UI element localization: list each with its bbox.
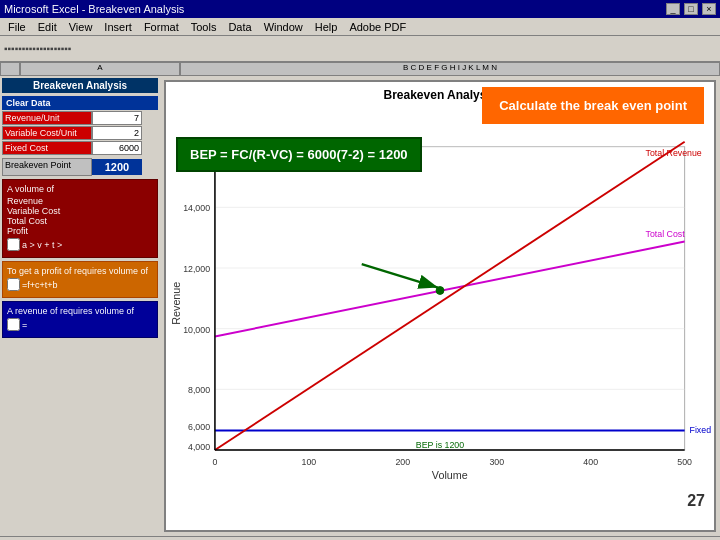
title-bar: Microsoft Excel - Breakeven Analysis _ □…	[0, 0, 720, 18]
volume-block-rows: Revenue Variable Cost Total Cost Profit	[7, 196, 153, 236]
col-b: B C D E F G H I J K L M N	[180, 62, 720, 76]
svg-text:400: 400	[583, 457, 598, 467]
svg-text:Revenue: Revenue	[170, 282, 182, 325]
col-a: A	[20, 62, 180, 76]
close-btn[interactable]: ×	[702, 3, 716, 15]
menu-edit[interactable]: Edit	[32, 21, 63, 33]
svg-text:100: 100	[302, 457, 317, 467]
left-panel: Breakeven Analysis Clear Data Revenue/Un…	[0, 76, 160, 536]
blue-checkbox[interactable]	[7, 318, 20, 331]
sheet-title: Breakeven Analysis	[2, 78, 158, 93]
callout-text: Calculate the break even point	[499, 98, 687, 113]
volume-block-title: A volume of	[7, 184, 153, 194]
menu-tools[interactable]: Tools	[185, 21, 223, 33]
status-bar: Ready	[0, 536, 720, 540]
total-cost-row: Total Cost	[7, 216, 153, 226]
row-variable-cost: Variable Cost/Unit 2	[2, 126, 158, 140]
toolbar: ▪▪▪▪▪▪▪▪▪▪▪▪▪▪▪▪▪▪▪	[0, 36, 720, 62]
window-title: Microsoft Excel - Breakeven Analysis	[4, 3, 184, 15]
profit-row: Profit	[7, 226, 153, 236]
checkbox-1[interactable]	[7, 238, 20, 251]
variable-cost-value[interactable]: 2	[92, 126, 142, 140]
menu-help[interactable]: Help	[309, 21, 344, 33]
content-area: Breakeven Analysis Clear Data Revenue/Un…	[0, 76, 720, 536]
svg-text:12,000: 12,000	[183, 264, 210, 274]
revenue-unit-label: Revenue/Unit	[2, 111, 92, 125]
revenue-unit-value[interactable]: 7	[92, 111, 142, 125]
breakeven-label: Breakeven Point	[2, 158, 92, 176]
svg-text:BEP is 1200: BEP is 1200	[416, 440, 464, 450]
orange-checkbox-row: =f+c+t+b	[7, 278, 153, 291]
svg-text:0: 0	[212, 457, 217, 467]
svg-text:Fixed Cost: Fixed Cost	[690, 425, 714, 435]
menu-insert[interactable]: Insert	[98, 21, 138, 33]
blue-checkbox-row: =	[7, 318, 153, 331]
orange-checkbox[interactable]	[7, 278, 20, 291]
svg-text:Total Cost: Total Cost	[646, 229, 686, 239]
orange-block: To get a profit of requires volume of =f…	[2, 261, 158, 298]
fixed-cost-value[interactable]: 6000	[92, 141, 142, 155]
toolbar-icons: ▪▪▪▪▪▪▪▪▪▪▪▪▪▪▪▪▪▪▪	[4, 43, 71, 54]
menu-bar: File Edit View Insert Format Tools Data …	[0, 18, 720, 36]
bep-formula-box: BEP = FC/(R-VC) = 6000(7-2) = 1200	[176, 137, 422, 172]
volume-block: A volume of Revenue Variable Cost Total …	[2, 179, 158, 258]
page-number: 27	[687, 492, 705, 510]
row-header	[0, 62, 20, 76]
svg-text:Total Revenue: Total Revenue	[646, 148, 702, 158]
orange-text: To get a profit of requires volume of	[7, 266, 153, 276]
svg-text:500: 500	[677, 457, 692, 467]
row-fixed-cost: Fixed Cost 6000	[2, 141, 158, 155]
svg-text:300: 300	[489, 457, 504, 467]
menu-format[interactable]: Format	[138, 21, 185, 33]
menu-view[interactable]: View	[63, 21, 99, 33]
fixed-cost-label: Fixed Cost	[2, 141, 92, 155]
bep-formula-text: BEP = FC/(R-VC) = 6000(7-2) = 1200	[190, 147, 408, 162]
clear-data-section: Clear Data	[2, 96, 158, 110]
blue-text: A revenue of requires volume of	[7, 306, 153, 316]
row-revenue-unit: Revenue/Unit 7	[2, 111, 158, 125]
blue-block: A revenue of requires volume of =	[2, 301, 158, 338]
svg-text:8,000: 8,000	[188, 385, 210, 395]
menu-adobe[interactable]: Adobe PDF	[343, 21, 412, 33]
breakeven-value: 1200	[92, 159, 142, 175]
maximize-btn[interactable]: □	[684, 3, 698, 15]
menu-window[interactable]: Window	[258, 21, 309, 33]
svg-text:Volume: Volume	[432, 469, 468, 481]
svg-text:4,000: 4,000	[188, 442, 210, 452]
callout-box: Calculate the break even point	[482, 87, 704, 124]
breakeven-row: Breakeven Point 1200	[2, 158, 158, 176]
menu-file[interactable]: File	[2, 21, 32, 33]
svg-text:6,000: 6,000	[188, 422, 210, 432]
variable-cost-label: Variable Cost/Unit	[2, 126, 92, 140]
chart-panel: Breakeven Analysis Calculate the break e…	[164, 80, 716, 532]
svg-text:10,000: 10,000	[183, 325, 210, 335]
revenue-row: Revenue	[7, 196, 153, 206]
svg-text:14,000: 14,000	[183, 203, 210, 213]
checkbox-row-1: a > v + t >	[7, 238, 153, 251]
menu-data[interactable]: Data	[222, 21, 257, 33]
variable-cost-row: Variable Cost	[7, 206, 153, 216]
minimize-btn[interactable]: _	[666, 3, 680, 15]
svg-text:200: 200	[395, 457, 410, 467]
